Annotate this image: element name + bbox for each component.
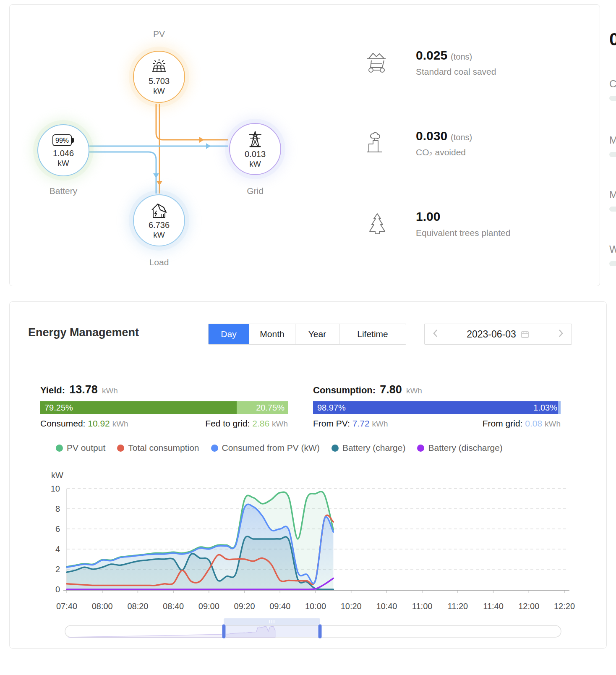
cutoff-progress-pill (609, 261, 616, 266)
legend-item-total-consumption[interactable]: Total consumption (117, 443, 199, 453)
consumption-stats: Consumption: 7.80 kWh 98.97% 1.03% From … (313, 383, 561, 429)
fed-to-grid-value: 2.86 (252, 419, 269, 428)
yield-consumed-percent: 79.25% (44, 401, 73, 414)
legend-item-consumed-from-pv[interactable]: Consumed from PV (kW) (211, 443, 320, 453)
yield-value: 13.78 (69, 383, 98, 396)
tab-day[interactable]: Day (209, 324, 249, 344)
env-stat-caption: Equivalent trees planted (416, 228, 510, 238)
load-unit: kW (153, 230, 164, 240)
slider-right-handle[interactable] (318, 624, 322, 638)
svg-text:10:40: 10:40 (376, 602, 397, 611)
legend-item-battery-discharge[interactable]: Battery (discharge) (417, 443, 502, 453)
transmission-tower-icon (246, 130, 264, 148)
svg-text:11:00: 11:00 (412, 602, 433, 611)
svg-text:09:40: 09:40 (269, 602, 290, 611)
svg-text:09:20: 09:20 (234, 602, 255, 611)
divider (302, 385, 302, 424)
svg-text:11:40: 11:40 (483, 602, 504, 611)
svg-text:07:40: 07:40 (56, 602, 77, 611)
house-load-icon (149, 201, 169, 219)
cutoff-item-label: M (609, 189, 616, 201)
cutoff-progress-pill (609, 207, 616, 212)
period-tabs: Day Month Year Lifetime (208, 324, 406, 345)
battery-charge-dot (331, 445, 339, 452)
svg-text:10:20: 10:20 (341, 602, 362, 611)
env-stat-unit: (tons) (451, 133, 472, 142)
load-node: 6.736 kW (133, 194, 185, 246)
yield-label: Yield: (40, 385, 65, 395)
datazoom-slider[interactable] (10, 617, 607, 644)
chevron-right-icon (558, 329, 564, 338)
svg-text:11:20: 11:20 (448, 602, 468, 611)
cutoff-progress-pill (609, 152, 616, 157)
pine-tree-icon (365, 209, 392, 240)
battery-icon: 99% (50, 133, 76, 147)
svg-text:08:40: 08:40 (163, 602, 184, 611)
tab-month[interactable]: Month (249, 324, 295, 344)
env-stat-co2: 0.030(tons) CO₂ avoided (365, 129, 472, 157)
arrow-right-blue (206, 143, 211, 149)
svg-text:08:00: 08:00 (92, 602, 113, 611)
flow-pv-to-grid (156, 104, 228, 140)
consumption-bar-pv-segment (313, 401, 558, 414)
svg-text:09:00: 09:00 (198, 602, 219, 611)
energy-flow-card: PV 5.703 kW 99% 1.046 kW Battery (9, 4, 600, 286)
from-grid-unit: kWh (545, 419, 561, 428)
svg-text:12:20: 12:20 (554, 602, 575, 611)
cutoff-item-label: M (609, 134, 616, 146)
from-grid-value: 0.08 (525, 419, 542, 428)
legend-item-pv-output[interactable]: PV output (56, 443, 105, 453)
env-stat-unit: (tons) (451, 52, 472, 61)
env-stat-coal: 0.025(tons) Standard coal saved (365, 48, 496, 77)
calendar-icon (520, 330, 530, 339)
pv-value: 5.703 (149, 76, 170, 86)
from-grid-label: From grid: (483, 419, 523, 428)
from-pv-unit: kWh (372, 419, 388, 428)
grid-node: 0.013 kW (229, 123, 281, 175)
total-consumption-dot (117, 445, 124, 452)
svg-text:8: 8 (55, 504, 60, 513)
svg-text:10:00: 10:00 (305, 602, 326, 611)
from-grid-percent: 1.03% (533, 401, 557, 414)
env-stat-caption: Standard coal saved (416, 67, 496, 77)
date-navigator: 2023-06-03 (424, 324, 572, 345)
flow-battery-to-load (89, 152, 156, 194)
slider-grip[interactable] (269, 620, 274, 623)
from-pv-label: From PV: (313, 419, 350, 428)
from-pv-percent: 98.97% (317, 401, 346, 414)
pv-unit: kW (153, 86, 164, 96)
pv-node: 5.703 kW (133, 51, 185, 103)
energy-chart[interactable]: 0246810kW07:4008:0008:2008:4009:0009:200… (10, 470, 607, 615)
solar-panel-icon (149, 58, 169, 75)
consumption-unit: kWh (406, 386, 422, 395)
pv-label: PV (130, 29, 188, 39)
tab-lifetime[interactable]: Lifetime (339, 324, 406, 344)
battery-value: 1.046 (53, 149, 74, 158)
battery-label: Battery (34, 186, 93, 196)
grid-label: Grid (226, 186, 285, 196)
consumed-unit: kWh (112, 419, 128, 428)
yield-unit: kWh (102, 386, 118, 395)
env-stat-value: 0.030 (416, 129, 447, 143)
consumption-label: Consumption: (313, 385, 376, 395)
svg-text:12:00: 12:00 (518, 602, 539, 611)
battery-charge-percent: 99% (55, 137, 69, 144)
svg-text:kW: kW (51, 471, 63, 480)
env-stat-caption: CO₂ avoided (416, 147, 472, 157)
grid-value: 0.013 (245, 149, 266, 159)
grid-unit: kW (249, 160, 261, 169)
load-value: 6.736 (149, 220, 170, 230)
yield-bar: 79.25% 20.75% (40, 401, 288, 414)
date-prev-button[interactable] (432, 329, 438, 340)
battery-discharge-dot (417, 445, 424, 452)
cutoff-item-label: W (609, 243, 616, 255)
legend-item-battery-charge[interactable]: Battery (charge) (331, 443, 406, 453)
slider-left-handle[interactable] (222, 624, 226, 638)
svg-text:4: 4 (55, 544, 60, 554)
tab-year[interactable]: Year (295, 324, 339, 344)
env-stat-value: 0.025 (416, 48, 447, 62)
date-next-button[interactable] (558, 329, 564, 340)
svg-text:0: 0 (55, 585, 60, 594)
date-value[interactable]: 2023-06-03 (467, 329, 530, 340)
cutoff-heading: 0 (609, 29, 616, 50)
